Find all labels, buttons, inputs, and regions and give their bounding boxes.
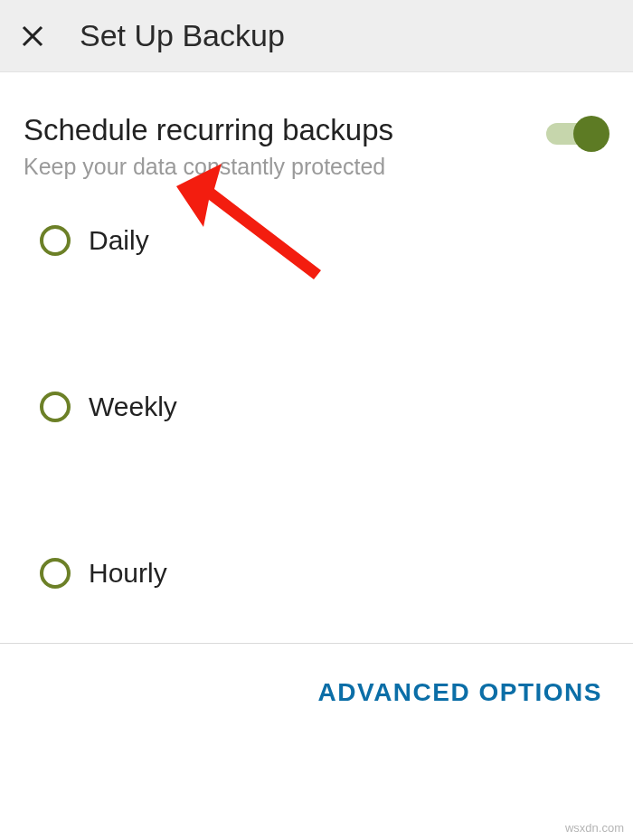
- option-daily[interactable]: Daily: [40, 225, 609, 256]
- option-hourly[interactable]: Hourly: [40, 558, 609, 589]
- schedule-title: Schedule recurring backups: [24, 112, 546, 148]
- option-label: Daily: [89, 225, 149, 256]
- option-weekly[interactable]: Weekly: [40, 392, 609, 422]
- watermark: wsxdn.com: [565, 821, 624, 835]
- radio-icon: [40, 558, 71, 589]
- schedule-subtitle: Keep your data constantly protected: [24, 154, 546, 180]
- radio-icon: [40, 225, 71, 256]
- advanced-options-button[interactable]: ADVANCED OPTIONS: [318, 678, 602, 707]
- close-button[interactable]: [11, 14, 54, 58]
- page-title: Set Up Backup: [80, 18, 285, 53]
- option-label: Weekly: [89, 392, 177, 422]
- toggle-knob: [573, 116, 609, 152]
- option-label: Hourly: [89, 558, 167, 589]
- schedule-section: Schedule recurring backups Keep your dat…: [0, 72, 633, 180]
- schedule-toggle[interactable]: [546, 116, 609, 152]
- radio-icon: [40, 392, 71, 422]
- svg-marker-2: [176, 164, 321, 279]
- close-icon: [19, 23, 46, 50]
- header-bar: Set Up Backup: [0, 0, 633, 72]
- frequency-options: Daily Weekly Hourly: [0, 180, 633, 589]
- schedule-text: Schedule recurring backups Keep your dat…: [24, 112, 546, 180]
- footer: ADVANCED OPTIONS: [0, 644, 633, 707]
